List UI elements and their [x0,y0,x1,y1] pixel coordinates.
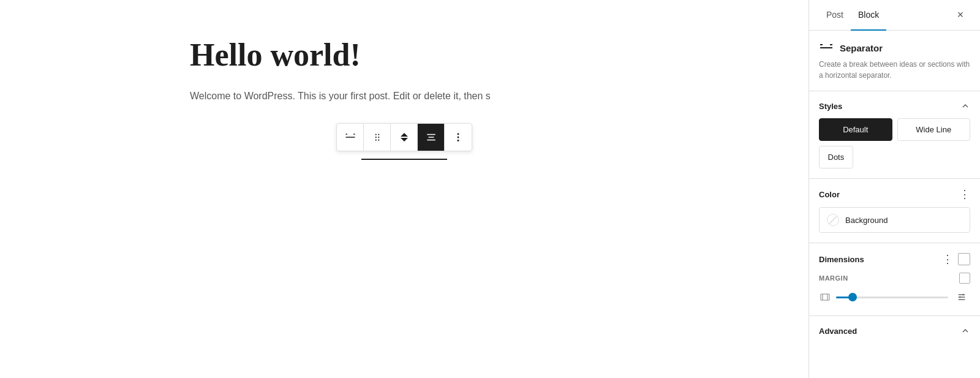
svg-point-8 [378,140,379,141]
post-body[interactable]: Welcome to WordPress. This is your first… [190,88,619,104]
svg-point-4 [378,134,379,135]
block-title: Separator [840,43,883,53]
style-wideline-btn[interactable]: Wide Line [897,118,971,141]
background-color-item[interactable]: Background [819,207,970,233]
svg-point-6 [378,137,379,138]
editor-area: Hello world! Welcome to WordPress. This … [0,0,809,378]
dimensions-title: Dimensions [819,255,864,264]
block-description: Create a break between ideas or sections… [819,59,970,81]
separator-block[interactable] [190,123,619,160]
slider-adjust-btn[interactable] [953,289,970,306]
advanced-section: Advanced [809,316,980,346]
color-title: Color [819,190,840,199]
tab-post[interactable]: Post [819,0,851,31]
svg-point-3 [375,134,376,135]
close-panel-button[interactable]: × [951,6,970,25]
advanced-toggle-icon [960,326,970,336]
svg-point-14 [458,140,459,142]
svg-point-7 [375,140,376,141]
svg-point-12 [458,134,459,135]
styles-grid: Default Wide Line Dots [819,118,970,168]
margin-label-row: MARGIN [819,273,970,284]
editor-content: Hello world! Welcome to WordPress. This … [190,37,619,160]
dimensions-header: Dimensions ⋮ [819,253,970,265]
post-title[interactable]: Hello world! [190,37,619,74]
block-info-header: Separator [819,40,970,55]
slider-thumb[interactable] [848,293,857,301]
separator-line [361,159,447,160]
margin-label-text: MARGIN [819,274,848,282]
block-toolbar [336,123,472,151]
slider-margin-icon [819,291,831,303]
right-panel: Post Block × Separator Create a break be… [809,0,980,378]
background-color-label: Background [845,216,888,225]
dimensions-section: Dimensions ⋮ MARGIN [809,243,980,316]
styles-section: Styles Default Wide Line Dots [809,91,980,179]
block-info: Separator Create a break between ideas o… [809,31,980,91]
svg-point-13 [458,137,459,138]
dimensions-options-btn[interactable]: ⋮ [942,254,953,265]
more-options-btn[interactable] [445,124,472,151]
advanced-title: Advanced [819,327,857,336]
color-section: Color ⋮ Background [809,179,980,243]
slider-track [836,297,948,298]
styles-section-header[interactable]: Styles [819,101,970,111]
move-up-down-btn[interactable] [391,124,418,151]
panel-tabs: Post Block × [809,0,980,31]
margin-corner-toggle[interactable] [959,273,970,284]
advanced-header[interactable]: Advanced [819,326,970,336]
separator-icon-btn[interactable] [337,124,364,151]
color-options-btn[interactable]: ⋮ [959,189,970,200]
style-dots-btn[interactable]: Dots [819,146,853,168]
margin-slider[interactable] [836,296,948,298]
slider-row [819,289,970,306]
margin-corner-icon[interactable] [958,253,970,265]
tab-block[interactable]: Block [851,0,886,31]
styles-toggle-icon [960,101,970,111]
styles-title: Styles [819,102,842,111]
svg-rect-18 [821,294,829,300]
separator-block-icon [819,40,834,55]
style-default-btn[interactable]: Default [819,118,892,141]
align-center-btn[interactable] [418,124,445,151]
color-section-header: Color ⋮ [819,189,970,200]
background-color-circle [827,214,839,226]
drag-handle-btn[interactable] [364,124,391,151]
svg-point-5 [375,137,376,138]
